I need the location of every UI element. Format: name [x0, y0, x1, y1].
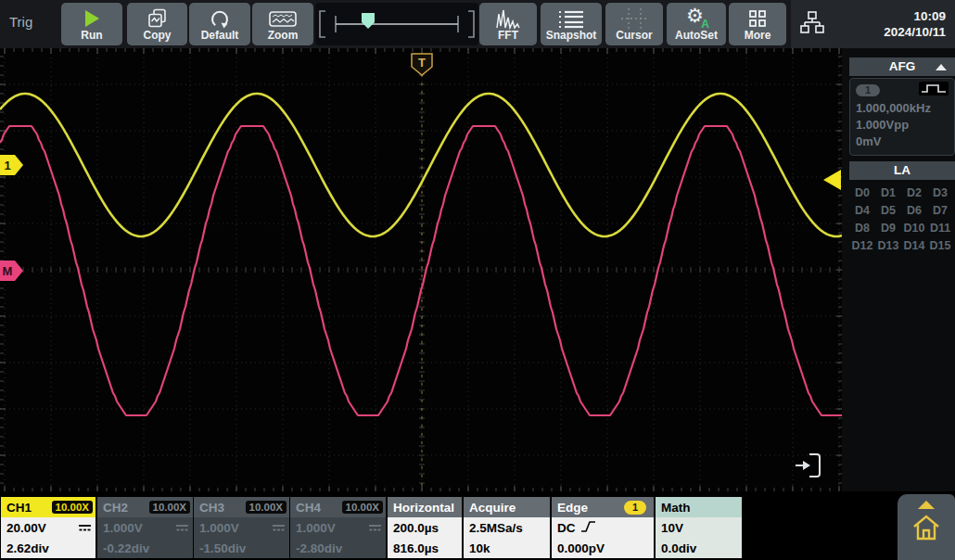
ch2-status-block[interactable]: CH2 10.00X 1.000V -0.22div: [97, 497, 193, 558]
fft-button[interactable]: FFT: [479, 3, 537, 45]
la-channel-label[interactable]: D9: [875, 222, 901, 235]
autoset-gear-icon: ⚙A: [685, 7, 707, 30]
ch3-status-block[interactable]: CH3 10.00X 1.000V -1.50div: [194, 497, 289, 558]
ch4-status-block[interactable]: CH4 10.00X 1.000V -2.80div: [290, 497, 386, 558]
la-channel-label[interactable]: D7: [927, 204, 953, 217]
bottom-status-bar: CH1 10.00X 20.00V 2.62div CH2 10.00X 1.0…: [0, 491, 955, 560]
afg-pulse-wave-icon: [919, 82, 949, 99]
horizontal-delay-value: 816.0µs: [393, 541, 439, 555]
oscilloscope-screen: Trig Run Copy: [0, 0, 955, 560]
math-status-block[interactable]: Math 10V 0.0div: [656, 497, 742, 558]
la-grid[interactable]: D0D1D2D3D4D5D6D7D8D9D10D11D12D13D14D15: [849, 180, 953, 252]
afg-channel-badge: 1: [856, 84, 880, 96]
waveform-display[interactable]: T 1 M: [0, 48, 842, 491]
date-label: 2024/10/11: [824, 24, 946, 40]
more-grid-icon: [748, 7, 767, 30]
network-lan-icon: [800, 10, 824, 38]
cursor-crosshair-icon: [620, 7, 648, 30]
ch2-probe-badge: 10.00X: [149, 501, 190, 514]
memory-depth-value: 10k: [469, 541, 490, 555]
reset-arrow-icon: [209, 7, 231, 30]
collapse-up-icon[interactable]: [936, 64, 947, 70]
la-panel-header[interactable]: LA: [849, 161, 955, 180]
sample-rate-value: 2.5MSa/s: [469, 521, 523, 535]
copy-button[interactable]: Copy: [127, 3, 187, 45]
dc-coupling-icon: [78, 523, 92, 532]
trig-status-label[interactable]: Trig: [9, 14, 57, 30]
right-sidebar: AFG 1 1.000,000kHz 1.000Vpp 0mV LA D0D1D…: [842, 48, 955, 491]
afg-panel-body[interactable]: 1 1.000,000kHz 1.000Vpp 0mV: [849, 78, 955, 156]
math-scale-value: 10V: [661, 521, 683, 535]
la-channel-label[interactable]: D10: [901, 222, 927, 235]
time-label: 10:09: [824, 8, 946, 24]
la-channel-label[interactable]: D3: [927, 186, 953, 199]
afg-amplitude-value: 1.000Vpp: [856, 117, 949, 134]
autoset-button[interactable]: ⚙A AutoSet: [667, 3, 726, 45]
play-icon: [83, 7, 100, 30]
dc-coupling-icon: [368, 523, 382, 532]
panel-up-icon[interactable]: [918, 501, 935, 509]
afg-offset-value: 0mV: [856, 134, 949, 150]
svg-text:1: 1: [4, 159, 10, 172]
horizontal-scale-value: 200.0µs: [393, 521, 439, 535]
afg-panel-header[interactable]: AFG: [849, 57, 955, 76]
clock-box[interactable]: 10:09 2024/10/11: [791, 0, 955, 48]
fft-spectrum-icon: [496, 7, 520, 30]
la-channel-label[interactable]: D6: [901, 204, 927, 217]
la-channel-label[interactable]: D2: [901, 186, 927, 199]
snapshot-button[interactable]: Snapshot: [541, 3, 602, 45]
home-icon[interactable]: [910, 513, 942, 546]
dc-coupling-icon: [272, 523, 286, 532]
zoom-waveform-icon: [269, 7, 297, 30]
default-button[interactable]: Default: [189, 3, 250, 45]
copy-icon: [146, 7, 169, 30]
svg-text:M: M: [3, 264, 13, 278]
top-toolbar: Trig Run Copy: [0, 0, 955, 48]
la-channel-label[interactable]: D5: [875, 204, 901, 217]
la-channel-label[interactable]: D4: [849, 204, 875, 217]
la-channel-label[interactable]: D8: [849, 222, 875, 235]
la-channel-label[interactable]: D15: [927, 239, 953, 252]
la-channel-label[interactable]: D14: [901, 239, 927, 252]
cursor-button[interactable]: Cursor: [605, 3, 663, 45]
ch1-status-block[interactable]: CH1 10.00X 20.00V 2.62div: [1, 497, 96, 558]
la-channel-label[interactable]: D11: [927, 222, 953, 235]
dc-coupling-icon: [175, 523, 189, 532]
trigger-status-block[interactable]: Edge 1 DC 0.000pV: [552, 497, 654, 558]
ch4-probe-badge: 10.00X: [342, 501, 383, 514]
la-channel-label[interactable]: D0: [849, 186, 875, 199]
la-channel-label[interactable]: D13: [875, 239, 901, 252]
math-offset-value: 0.0div: [661, 541, 696, 555]
afg-frequency-value: 1.000,000kHz: [856, 100, 949, 117]
more-button[interactable]: More: [729, 3, 786, 45]
trigger-position-slider[interactable]: [315, 3, 478, 45]
run-button[interactable]: Run: [61, 3, 122, 45]
slider-thumb-icon: [362, 13, 375, 29]
ch1-probe-badge: 10.00X: [52, 501, 93, 514]
home-panel: [898, 494, 955, 560]
trigger-level-value: 0.000pV: [557, 541, 605, 555]
snapshot-list-icon: [557, 7, 585, 30]
la-channel-label[interactable]: D12: [849, 239, 875, 252]
acquire-status-block[interactable]: Acquire 2.5MSa/s 10k: [464, 497, 550, 558]
la-channel-label[interactable]: D1: [875, 186, 901, 199]
trigger-coupling-value: DC: [557, 521, 576, 535]
trigger-source-badge: 1: [624, 501, 646, 515]
ch3-probe-badge: 10.00X: [246, 501, 286, 514]
rising-edge-icon: [580, 520, 596, 536]
svg-text:T: T: [418, 56, 426, 70]
zoom-button[interactable]: Zoom: [252, 3, 313, 45]
horizontal-status-block[interactable]: Horizontal 200.0µs 816.0µs: [388, 497, 462, 558]
